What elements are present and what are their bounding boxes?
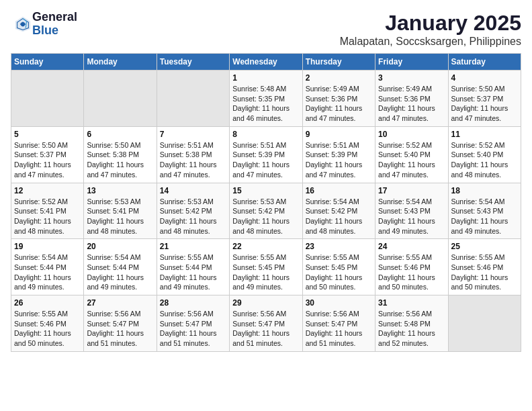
day-cell: 21Sunrise: 5:55 AMSunset: 5:44 PMDayligh…	[157, 239, 229, 295]
day-info: Sunrise: 5:49 AMSunset: 5:36 PMDaylight:…	[306, 84, 372, 124]
day-info: Sunrise: 5:53 AMSunset: 5:42 PMDaylight:…	[160, 197, 226, 236]
logo-text: General Blue	[32, 11, 77, 38]
day-cell: 13Sunrise: 5:53 AMSunset: 5:41 PMDayligh…	[84, 183, 157, 239]
day-number: 7	[160, 130, 226, 139]
calendar-subtitle: Malapatan, Soccsksargen, Philippines	[340, 36, 521, 48]
day-cell: 11Sunrise: 5:52 AMSunset: 5:40 PMDayligh…	[448, 126, 521, 183]
day-cell: 10Sunrise: 5:52 AMSunset: 5:40 PMDayligh…	[375, 126, 448, 183]
day-info: Sunrise: 5:55 AMSunset: 5:46 PMDaylight:…	[378, 253, 445, 292]
day-number: 11	[451, 130, 518, 139]
day-cell: 26Sunrise: 5:55 AMSunset: 5:46 PMDayligh…	[11, 295, 84, 352]
day-number: 15	[232, 186, 299, 195]
day-info: Sunrise: 5:55 AMSunset: 5:45 PMDaylight:…	[306, 253, 372, 292]
day-number: 10	[378, 130, 445, 139]
header-cell-saturday: Saturday	[448, 54, 521, 71]
day-number: 1	[232, 73, 299, 83]
day-cell: 20Sunrise: 5:54 AMSunset: 5:44 PMDayligh…	[84, 239, 157, 295]
day-info: Sunrise: 5:54 AMSunset: 5:44 PMDaylight:…	[14, 253, 81, 292]
week-row-1: 1Sunrise: 5:48 AMSunset: 5:35 PMDaylight…	[11, 71, 521, 127]
week-row-3: 12Sunrise: 5:52 AMSunset: 5:41 PMDayligh…	[11, 183, 521, 239]
logo-blue: Blue	[32, 24, 77, 38]
day-number: 26	[14, 298, 81, 308]
day-number: 4	[451, 73, 518, 83]
title-section: January 2025 Malapatan, Soccsksargen, Ph…	[340, 11, 521, 48]
day-info: Sunrise: 5:49 AMSunset: 5:36 PMDaylight:…	[378, 84, 445, 124]
day-info: Sunrise: 5:55 AMSunset: 5:46 PMDaylight:…	[14, 309, 81, 349]
day-cell	[157, 71, 229, 127]
day-info: Sunrise: 5:52 AMSunset: 5:40 PMDaylight:…	[451, 140, 518, 180]
day-number: 6	[87, 130, 153, 139]
calendar-body: 1Sunrise: 5:48 AMSunset: 5:35 PMDaylight…	[11, 71, 521, 352]
day-info: Sunrise: 5:53 AMSunset: 5:41 PMDaylight:…	[87, 197, 153, 236]
calendar-table: SundayMondayTuesdayWednesdayThursdayFrid…	[11, 53, 521, 352]
day-info: Sunrise: 5:48 AMSunset: 5:35 PMDaylight:…	[232, 84, 299, 124]
day-info: Sunrise: 5:55 AMSunset: 5:45 PMDaylight:…	[232, 253, 299, 292]
day-number: 24	[378, 242, 445, 251]
day-cell: 8Sunrise: 5:51 AMSunset: 5:39 PMDaylight…	[230, 126, 302, 183]
day-info: Sunrise: 5:56 AMSunset: 5:48 PMDaylight:…	[378, 309, 445, 349]
header-row: SundayMondayTuesdayWednesdayThursdayFrid…	[11, 54, 521, 71]
day-cell: 5Sunrise: 5:50 AMSunset: 5:37 PMDaylight…	[11, 126, 84, 183]
day-number: 20	[87, 242, 153, 251]
day-cell	[11, 71, 84, 127]
day-info: Sunrise: 5:51 AMSunset: 5:39 PMDaylight:…	[232, 140, 299, 180]
day-cell: 29Sunrise: 5:56 AMSunset: 5:47 PMDayligh…	[230, 295, 302, 352]
week-row-2: 5Sunrise: 5:50 AMSunset: 5:37 PMDaylight…	[11, 126, 521, 183]
day-number: 25	[451, 242, 518, 251]
day-cell	[448, 295, 521, 352]
header-cell-sunday: Sunday	[11, 54, 84, 71]
day-cell: 12Sunrise: 5:52 AMSunset: 5:41 PMDayligh…	[11, 183, 84, 239]
day-info: Sunrise: 5:50 AMSunset: 5:37 PMDaylight:…	[14, 140, 81, 180]
header-cell-wednesday: Wednesday	[230, 54, 302, 71]
day-number: 23	[306, 242, 372, 251]
day-cell: 16Sunrise: 5:54 AMSunset: 5:42 PMDayligh…	[302, 183, 375, 239]
day-info: Sunrise: 5:56 AMSunset: 5:47 PMDaylight:…	[87, 309, 153, 349]
day-info: Sunrise: 5:54 AMSunset: 5:44 PMDaylight:…	[87, 253, 153, 292]
day-info: Sunrise: 5:56 AMSunset: 5:47 PMDaylight:…	[306, 309, 372, 349]
day-cell: 25Sunrise: 5:55 AMSunset: 5:46 PMDayligh…	[448, 239, 521, 295]
day-cell: 17Sunrise: 5:54 AMSunset: 5:43 PMDayligh…	[375, 183, 448, 239]
day-info: Sunrise: 5:56 AMSunset: 5:47 PMDaylight:…	[232, 309, 299, 349]
day-number: 29	[232, 298, 299, 308]
day-cell: 6Sunrise: 5:50 AMSunset: 5:38 PMDaylight…	[84, 126, 157, 183]
day-number: 2	[306, 73, 372, 83]
day-cell: 14Sunrise: 5:53 AMSunset: 5:42 PMDayligh…	[157, 183, 229, 239]
day-cell: 15Sunrise: 5:53 AMSunset: 5:42 PMDayligh…	[230, 183, 302, 239]
day-number: 21	[160, 242, 226, 251]
day-cell: 7Sunrise: 5:51 AMSunset: 5:38 PMDaylight…	[157, 126, 229, 183]
logo-general: General	[32, 11, 77, 24]
header-cell-monday: Monday	[84, 54, 157, 71]
day-cell: 23Sunrise: 5:55 AMSunset: 5:45 PMDayligh…	[302, 239, 375, 295]
day-cell: 9Sunrise: 5:51 AMSunset: 5:39 PMDaylight…	[302, 126, 375, 183]
header-cell-tuesday: Tuesday	[157, 54, 229, 71]
day-number: 19	[14, 242, 81, 251]
day-info: Sunrise: 5:53 AMSunset: 5:42 PMDaylight:…	[232, 197, 299, 236]
day-cell: 30Sunrise: 5:56 AMSunset: 5:47 PMDayligh…	[302, 295, 375, 352]
day-info: Sunrise: 5:54 AMSunset: 5:43 PMDaylight:…	[378, 197, 445, 236]
day-cell: 22Sunrise: 5:55 AMSunset: 5:45 PMDayligh…	[230, 239, 302, 295]
day-number: 22	[232, 242, 299, 251]
day-info: Sunrise: 5:50 AMSunset: 5:37 PMDaylight:…	[451, 84, 518, 124]
day-info: Sunrise: 5:54 AMSunset: 5:43 PMDaylight:…	[451, 197, 518, 236]
day-cell: 3Sunrise: 5:49 AMSunset: 5:36 PMDaylight…	[375, 71, 448, 127]
day-info: Sunrise: 5:50 AMSunset: 5:38 PMDaylight:…	[87, 140, 153, 180]
day-number: 17	[378, 186, 445, 195]
day-cell: 19Sunrise: 5:54 AMSunset: 5:44 PMDayligh…	[11, 239, 84, 295]
day-cell: 18Sunrise: 5:54 AMSunset: 5:43 PMDayligh…	[448, 183, 521, 239]
day-number: 5	[14, 130, 81, 139]
day-cell: 28Sunrise: 5:56 AMSunset: 5:47 PMDayligh…	[157, 295, 229, 352]
day-number: 27	[87, 298, 153, 308]
day-number: 30	[306, 298, 372, 308]
page-header: General Blue January 2025 Malapatan, Soc…	[11, 11, 521, 48]
day-number: 16	[306, 186, 372, 195]
calendar-header: SundayMondayTuesdayWednesdayThursdayFrid…	[11, 54, 521, 71]
day-number: 18	[451, 186, 518, 195]
header-cell-thursday: Thursday	[302, 54, 375, 71]
day-number: 8	[232, 130, 299, 139]
header-cell-friday: Friday	[375, 54, 448, 71]
day-cell	[84, 71, 157, 127]
day-info: Sunrise: 5:56 AMSunset: 5:47 PMDaylight:…	[160, 309, 226, 349]
day-cell: 27Sunrise: 5:56 AMSunset: 5:47 PMDayligh…	[84, 295, 157, 352]
day-number: 13	[87, 186, 153, 195]
day-info: Sunrise: 5:52 AMSunset: 5:41 PMDaylight:…	[14, 197, 81, 236]
